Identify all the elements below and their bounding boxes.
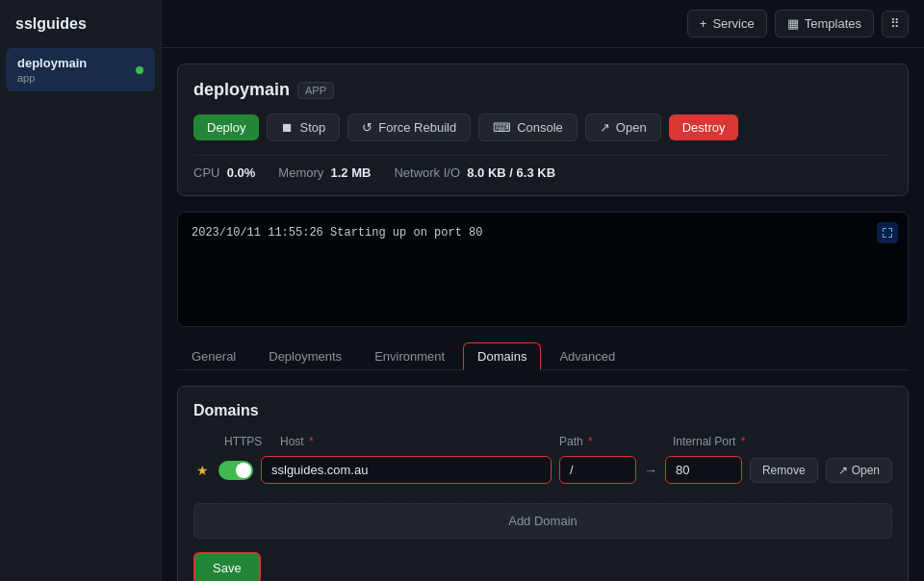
host-header: Host * (280, 435, 552, 448)
sidebar-item-name: deploymain (17, 56, 128, 70)
remove-button[interactable]: Remove (750, 458, 818, 483)
menu-button[interactable]: ⠿ (882, 11, 909, 38)
tab-advanced[interactable]: Advanced (545, 342, 629, 369)
plus-icon: + (700, 16, 707, 31)
stats-row: CPU 0.0% Memory 1.2 MB Network I/O 8.0 K… (193, 155, 892, 180)
service-title-row: deploymain APP (193, 80, 892, 100)
tab-environment[interactable]: Environment (360, 342, 459, 369)
terminal-log: 2023/10/11 11:55:26 Starting up on port … (192, 226, 482, 240)
force-rebuild-label: Force Rebuild (378, 120, 456, 135)
memory-value: 1.2 MB (331, 165, 372, 180)
cpu-stat: CPU 0.0% (193, 165, 255, 180)
status-indicator (136, 66, 143, 74)
tab-domains[interactable]: Domains (463, 342, 541, 370)
console-button-label: Console (517, 120, 563, 135)
action-buttons: Deploy ⏹ Stop ↺ Force Rebuild ⌨ Console … (193, 114, 892, 141)
open-domain-icon: ↗ (838, 464, 848, 477)
app-badge: APP (297, 82, 334, 99)
tab-advanced-label: Advanced (559, 349, 615, 364)
add-domain-button[interactable]: Add Domain (193, 503, 892, 539)
stop-button-label: Stop (299, 120, 325, 135)
domain-row: ★ → Remove ↗ Open (193, 456, 892, 484)
host-input[interactable] (261, 456, 552, 484)
network-label: Network I/O (394, 165, 460, 180)
path-input[interactable] (559, 456, 636, 484)
stop-button[interactable]: ⏹ Stop (267, 114, 340, 141)
domains-title: Domains (193, 402, 892, 419)
service-name: deploymain (193, 80, 290, 100)
memory-stat: Memory 1.2 MB (278, 165, 371, 180)
deploy-button[interactable]: Deploy (193, 114, 259, 140)
host-required: * (309, 435, 314, 448)
open-button[interactable]: ↗ Open (585, 114, 661, 141)
tab-deployments[interactable]: Deployments (254, 342, 356, 369)
app-logo: sslguides (0, 12, 161, 48)
https-toggle[interactable] (218, 461, 253, 480)
remove-button-label: Remove (762, 464, 806, 477)
open-domain-button[interactable]: ↗ Open (826, 458, 892, 483)
port-required: * (741, 435, 746, 448)
destroy-button-label: Destroy (682, 120, 726, 135)
toggle-knob (236, 463, 251, 478)
network-stat: Network I/O 8.0 KB / 6.3 KB (394, 165, 555, 180)
expand-terminal-button[interactable] (877, 222, 898, 243)
save-button-label: Save (213, 561, 242, 575)
domains-panel: Domains HTTPS Host * Path * Internal Por… (177, 386, 909, 581)
memory-label: Memory (278, 165, 323, 180)
cpu-label: CPU (193, 165, 219, 180)
tabs-bar: General Deployments Environment Domains … (177, 342, 909, 370)
tab-deployments-label: Deployments (269, 349, 342, 364)
console-icon: ⌨ (493, 120, 511, 135)
templates-button[interactable]: ▦ Templates (775, 10, 874, 38)
templates-button-label: Templates (805, 16, 861, 31)
sidebar: sslguides deploymain app (0, 0, 162, 581)
sidebar-item-deploymain[interactable]: deploymain app (6, 48, 155, 91)
tab-general[interactable]: General (177, 342, 250, 369)
rebuild-icon: ↺ (362, 120, 372, 135)
deploy-button-label: Deploy (207, 120, 245, 135)
tab-environment-label: Environment (374, 349, 445, 364)
console-button[interactable]: ⌨ Console (478, 114, 578, 141)
content-area: deploymain APP Deploy ⏹ Stop ↺ Force Reb… (162, 48, 924, 581)
open-domain-label: Open (852, 464, 880, 477)
open-button-label: Open (616, 120, 647, 135)
service-button[interactable]: + Service (687, 10, 767, 38)
path-header: Path * (559, 435, 636, 448)
open-icon: ↗ (600, 120, 610, 135)
https-header: HTTPS (224, 435, 272, 448)
favorite-icon: ★ (193, 463, 211, 478)
domain-row-header: HTTPS Host * Path * Internal Port * (193, 435, 892, 448)
tab-domains-label: Domains (477, 349, 526, 364)
tab-general-label: General (192, 349, 236, 364)
network-value: 8.0 KB / 6.3 KB (467, 165, 555, 180)
stop-icon: ⏹ (281, 120, 294, 135)
arrow-icon: → (644, 463, 657, 478)
force-rebuild-button[interactable]: ↺ Force Rebuild (347, 114, 471, 141)
service-button-label: Service (712, 16, 754, 31)
sidebar-item-sub: app (17, 72, 128, 84)
path-required: * (588, 435, 593, 448)
terminal: 2023/10/11 11:55:26 Starting up on port … (177, 212, 909, 327)
main-content: + Service ▦ Templates ⠿ deploymain APP D… (162, 0, 924, 581)
grid-icon: ▦ (787, 16, 799, 31)
save-row: Save (193, 552, 892, 581)
port-input[interactable] (665, 456, 742, 484)
destroy-button[interactable]: Destroy (669, 114, 739, 140)
topnav: + Service ▦ Templates ⠿ (162, 0, 924, 48)
save-button[interactable]: Save (193, 552, 261, 581)
port-header: Internal Port * (673, 435, 759, 448)
dots-icon: ⠿ (890, 16, 900, 31)
add-domain-label: Add Domain (508, 514, 578, 528)
service-card: deploymain APP Deploy ⏹ Stop ↺ Force Reb… (177, 63, 909, 196)
cpu-value: 0.0% (227, 165, 256, 180)
